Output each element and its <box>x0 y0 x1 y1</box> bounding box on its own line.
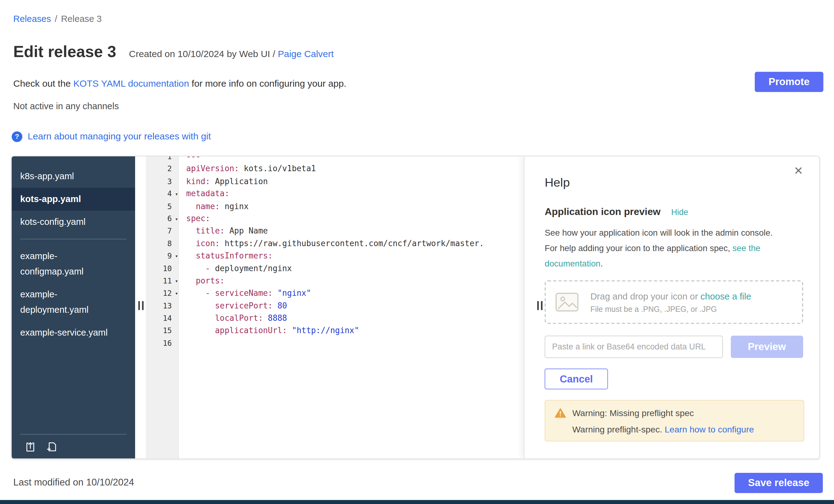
resize-handle-left[interactable] <box>138 301 144 310</box>
title-row: Edit release 3 Created on 10/10/2024 by … <box>13 43 334 61</box>
file-tree-footer <box>20 434 127 458</box>
channel-status: Not active in any channels <box>13 101 119 112</box>
help-title: Help <box>545 176 803 190</box>
bottom-strip <box>0 500 834 504</box>
warning-line-2-text: Warning preflight-spec. <box>572 424 665 434</box>
last-modified-text: Last modified on 10/10/2024 <box>13 477 134 488</box>
gutter-line-number: 7 <box>146 225 178 238</box>
icon-preview-header: Application icon preview Hide <box>545 206 803 217</box>
gutter-line-number: 8 <box>146 238 178 250</box>
created-text: Created on 10/10/2024 by Web UI / <box>129 48 278 59</box>
gutter-line-number: 10 <box>146 262 178 275</box>
file-tree-item[interactable]: example-service.yaml <box>12 322 135 344</box>
close-icon[interactable]: ✕ <box>791 164 806 178</box>
preview-button[interactable]: Preview <box>731 335 803 358</box>
gutter-line-number: 5 <box>146 200 178 213</box>
gutter-line-number: 3 <box>146 176 178 188</box>
file-tree-item[interactable]: kots-config.yaml <box>12 211 135 234</box>
warning-icon <box>555 408 566 418</box>
hide-link[interactable]: Hide <box>671 207 688 217</box>
dropzone-text-before: Drag and drop your icon or <box>590 291 700 301</box>
docs-text-after: for more info on configuring your app. <box>189 78 346 89</box>
docs-callout: Check out the KOTS YAML documentation fo… <box>13 78 346 89</box>
editor-gutter: 1234▾56▾789▾1011▾12▾13141516 <box>146 156 179 459</box>
gutter-line-number: 4▾ <box>146 188 178 200</box>
docs-text-before: Check out the <box>13 78 73 89</box>
release-editor: k8s-app.yamlkots-app.yamlkots-config.yam… <box>11 156 819 459</box>
description-period: . <box>600 259 603 268</box>
upload-file-icon[interactable] <box>24 441 36 453</box>
breadcrumb-separator: / <box>54 14 57 24</box>
icon-dropzone[interactable]: Drag and drop your icon or choose a file… <box>545 280 803 324</box>
author-link[interactable]: Paige Calvert <box>278 48 334 59</box>
promote-button[interactable]: Promote <box>755 72 823 92</box>
editor-gutter-lines: 1234▾56▾789▾1011▾12▾13141516 <box>146 156 178 349</box>
cancel-button[interactable]: Cancel <box>545 369 608 389</box>
icon-url-input[interactable] <box>545 335 723 358</box>
warning-text: Warning: Missing preflight spec <box>572 408 694 418</box>
gutter-line-number: 16 <box>146 337 178 349</box>
gutter-line-number: 2 <box>146 163 178 175</box>
git-help-link[interactable]: Learn about managing your releases with … <box>28 131 211 142</box>
dropzone-text-block: Drag and drop your icon or choose a file… <box>590 291 751 313</box>
gutter-line-number: 15 <box>146 325 178 337</box>
help-panel: ✕ Help Application icon preview Hide See… <box>524 156 819 459</box>
icon-url-row: Preview <box>545 335 803 358</box>
warning-line-1: Warning: Missing preflight spec <box>555 408 794 418</box>
dropzone-text: Drag and drop your icon or choose a file <box>590 291 751 302</box>
page-title: Edit release 3 <box>13 43 116 61</box>
fold-toggle-icon[interactable]: ▾ <box>175 275 178 287</box>
warning-box: Warning: Missing preflight spec Warning … <box>545 400 805 442</box>
gutter-line-number: 6▾ <box>146 213 178 225</box>
new-file-icon[interactable] <box>46 441 57 453</box>
resize-handle-right[interactable] <box>537 301 543 310</box>
file-tree-primary: k8s-app.yamlkots-app.yamlkots-config.yam… <box>12 165 135 234</box>
question-icon: ? <box>12 131 22 141</box>
file-tree-divider <box>20 239 127 239</box>
file-tree-item[interactable]: example-configmap.yaml <box>12 245 135 283</box>
choose-file-link[interactable]: choose a file <box>700 291 751 301</box>
file-tree-item[interactable]: kots-app.yaml <box>12 188 135 211</box>
icon-preview-title: Application icon preview <box>545 206 661 217</box>
breadcrumb-current: Release 3 <box>61 14 102 24</box>
image-placeholder-icon <box>555 292 578 311</box>
icon-preview-description: See how your application icon will look … <box>545 225 787 271</box>
fold-toggle-icon[interactable]: ▾ <box>175 188 178 200</box>
dropzone-hint: File must be a .PNG, .JPEG, or .JPG <box>590 304 751 313</box>
edit-release-page: Releases/Release 3 Edit release 3 Create… <box>0 0 834 504</box>
gutter-line-number: 13 <box>146 300 178 312</box>
git-help-row: ? Learn about managing your releases wit… <box>12 131 211 142</box>
fold-toggle-icon[interactable]: ▾ <box>175 213 178 225</box>
fold-toggle-icon[interactable]: ▾ <box>175 287 178 300</box>
warning-line-2: Warning preflight-spec. Learn how to con… <box>555 424 794 435</box>
gutter-line-number: 12▾ <box>146 287 178 300</box>
save-release-button[interactable]: Save release <box>735 473 823 493</box>
file-tree-item[interactable]: example-deployment.yaml <box>12 283 135 321</box>
created-meta: Created on 10/10/2024 by Web UI / Paige … <box>129 48 334 60</box>
fold-toggle-icon[interactable]: ▾ <box>175 250 178 262</box>
gutter-line-number: 1 <box>146 156 178 163</box>
gutter-line-number: 9▾ <box>146 250 178 262</box>
kots-docs-link[interactable]: KOTS YAML documentation <box>73 78 189 89</box>
gutter-line-number: 11▾ <box>146 275 178 287</box>
breadcrumb-releases-link[interactable]: Releases <box>13 14 51 24</box>
file-tree: k8s-app.yamlkots-app.yamlkots-config.yam… <box>12 156 135 459</box>
file-tree-item[interactable]: k8s-app.yaml <box>12 165 135 188</box>
file-tree-secondary: example-configmap.yamlexample-deployment… <box>12 245 135 344</box>
breadcrumb: Releases/Release 3 <box>13 14 102 24</box>
gutter-line-number: 14 <box>146 312 178 325</box>
configure-preflight-link[interactable]: Learn how to configure <box>665 424 754 434</box>
